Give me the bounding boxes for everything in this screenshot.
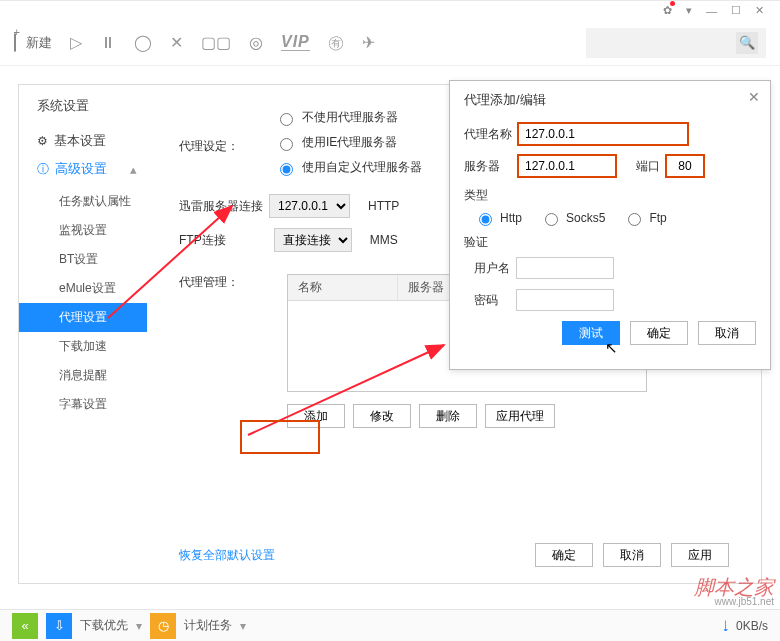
skin-icon[interactable]: ▾ <box>686 4 692 17</box>
search-input[interactable]: 🔍 <box>586 28 766 58</box>
search-icon[interactable]: 🔍 <box>736 32 758 54</box>
proxy-server-input[interactable] <box>518 155 616 177</box>
settings-ok[interactable]: 确定 <box>535 543 593 567</box>
sidebar-item-accel[interactable]: 下载加速 <box>19 332 147 361</box>
minimize-icon[interactable]: — <box>706 5 717 17</box>
target-icon[interactable]: ◯ <box>134 35 152 51</box>
dialog-cancel[interactable]: 取消 <box>698 321 756 345</box>
xl-select[interactable]: 127.0.0.1 <box>269 194 350 218</box>
server-label: 服务器 <box>464 158 518 175</box>
close-icon[interactable]: ✕ <box>755 4 764 17</box>
user-label: 用户名 <box>474 260 516 277</box>
ftp-mms: MMS <box>370 233 398 247</box>
sidebar-item-bt[interactable]: BT设置 <box>19 245 147 274</box>
pwd-label: 密码 <box>474 292 516 309</box>
dialog-close-icon[interactable]: ✕ <box>748 89 760 105</box>
settings-apply[interactable]: 应用 <box>671 543 729 567</box>
cat-advanced[interactable]: ⓘ高级设置▴ <box>19 155 147 183</box>
type-http[interactable]: Http <box>474 210 522 226</box>
xl-label: 迅雷服务器连接 <box>179 198 263 215</box>
schedule-down-icon[interactable]: ▾ <box>240 619 246 633</box>
test-button[interactable]: 测试 <box>562 321 620 345</box>
ftp-label: FTP连接 <box>179 232 226 249</box>
leaf-icon[interactable]: ✈ <box>362 35 375 51</box>
pause-icon[interactable]: ⏸ <box>100 35 116 51</box>
proxy-port-input[interactable] <box>666 155 704 177</box>
sidebar-item-monitor[interactable]: 监视设置 <box>19 216 147 245</box>
radio-custom-proxy[interactable]: 使用自定义代理服务器 <box>275 159 422 176</box>
type-socks[interactable]: Socks5 <box>540 210 605 226</box>
proxy-edit-dialog: 代理添加/编辑 ✕ 代理名称 服务器 端口 类型 Http Socks5 Ftp… <box>449 80 771 370</box>
schedule-icon[interactable]: ◷ <box>150 613 176 639</box>
priority-down-icon[interactable]: ▾ <box>136 619 142 633</box>
watermark: 脚本之家www.jb51.net <box>694 577 774 607</box>
status-bar: « ⇩ 下载优先 ▾ ◷ 计划任务 ▾ ⭣0KB/s <box>0 609 780 641</box>
gear-icon: ⚙ <box>37 134 48 148</box>
mgmt-label: 代理管理： <box>179 274 275 291</box>
aim-icon[interactable]: ◎ <box>249 35 263 51</box>
maximize-icon[interactable]: ☐ <box>731 4 741 17</box>
expand-icon: ▴ <box>130 162 137 177</box>
dialog-title: 代理添加/编辑 <box>464 91 756 109</box>
col-name: 名称 <box>288 275 398 300</box>
edit-button[interactable]: 修改 <box>353 404 411 428</box>
sidebar-item-sub[interactable]: 字幕设置 <box>19 390 147 419</box>
sidebar-item-task[interactable]: 任务默认属性 <box>19 187 147 216</box>
priority-icon[interactable]: ⇩ <box>46 613 72 639</box>
del-button[interactable]: 删除 <box>419 404 477 428</box>
schedule-label: 计划任务 <box>184 617 232 634</box>
add-button[interactable]: 添加 <box>287 404 345 428</box>
radio-no-proxy[interactable]: 不使用代理服务器 <box>275 109 422 126</box>
user-input[interactable] <box>516 257 614 279</box>
new-icon[interactable] <box>14 35 16 51</box>
sidebar-item-msg[interactable]: 消息提醒 <box>19 361 147 390</box>
proxy-section-label: 代理设定： <box>179 138 275 155</box>
ftp-select[interactable]: 直接连接 <box>274 228 352 252</box>
port-label: 端口 <box>636 158 660 175</box>
type-ftp[interactable]: Ftp <box>623 210 666 226</box>
cat-basic[interactable]: ⚙基本设置 <box>19 127 147 155</box>
gear-icon[interactable]: ✿ <box>663 4 672 17</box>
radio-ie-proxy[interactable]: 使用IE代理服务器 <box>275 134 422 151</box>
xl-http: HTTP <box>368 199 399 213</box>
download-speed: 0KB/s <box>736 619 768 633</box>
settings-cancel[interactable]: 取消 <box>603 543 661 567</box>
name-label: 代理名称 <box>464 126 518 143</box>
sidebar-item-emule[interactable]: eMule设置 <box>19 274 147 303</box>
expand-left-icon[interactable]: « <box>12 613 38 639</box>
toolbar: 新建 ▷ ⏸ ◯ ✕ ▢▢ ◎ VIP ㊒ ✈ 🔍 <box>0 20 780 66</box>
panel-title: 系统设置 <box>37 97 147 115</box>
auth-label: 验证 <box>464 234 756 251</box>
start-icon[interactable]: ▷ <box>70 35 82 51</box>
download-icon: ⭣ <box>720 619 732 633</box>
new-label[interactable]: 新建 <box>26 34 52 52</box>
pwd-input[interactable] <box>516 289 614 311</box>
sidebar-item-proxy[interactable]: 代理设置 <box>19 303 147 332</box>
priority-label: 下载优先 <box>80 617 128 634</box>
apply-proxy-button[interactable]: 应用代理 <box>485 404 555 428</box>
vip-icon[interactable]: VIP <box>281 34 310 51</box>
qr-icon[interactable]: ▢▢ <box>201 35 231 51</box>
reset-link[interactable]: 恢复全部默认设置 <box>179 547 275 564</box>
info-icon: ⓘ <box>37 161 49 178</box>
delete-icon[interactable]: ✕ <box>170 35 183 51</box>
panda-icon[interactable]: ㊒ <box>328 35 344 51</box>
type-label: 类型 <box>464 187 756 204</box>
dialog-ok[interactable]: 确定 <box>630 321 688 345</box>
proxy-name-input[interactable] <box>518 123 688 145</box>
